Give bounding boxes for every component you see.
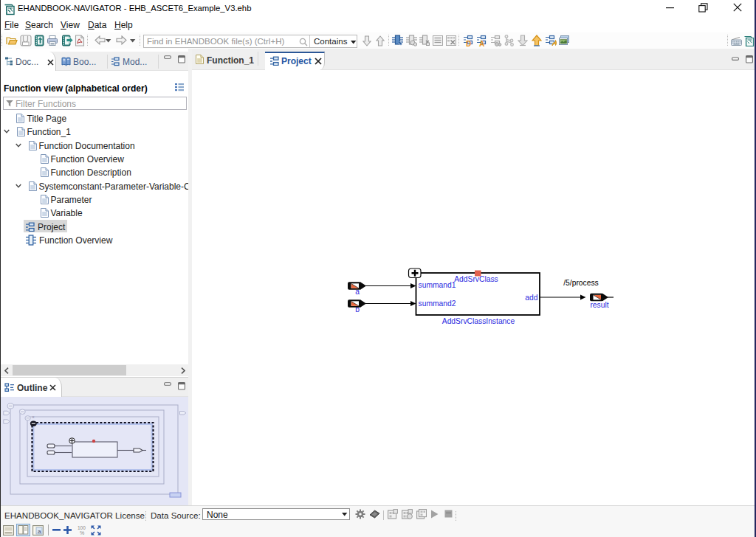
svg-text:add: add xyxy=(525,294,537,302)
svg-text:D: D xyxy=(466,40,471,47)
svg-text:100: 100 xyxy=(78,525,86,530)
svg-text:%: % xyxy=(80,530,84,535)
svg-text:A: A xyxy=(479,40,484,47)
svg-text:summand1: summand1 xyxy=(419,281,456,289)
svg-text:/5/process: /5/process xyxy=(563,279,599,287)
svg-text:summand2: summand2 xyxy=(419,299,456,308)
svg-text:a: a xyxy=(38,528,41,535)
svg-text:AddSrvClassInstance: AddSrvClassInstance xyxy=(442,317,515,325)
svg-text:x: x xyxy=(32,415,35,419)
svg-text:result: result xyxy=(590,301,608,309)
svg-text:AddSrvClass: AddSrvClass xyxy=(454,275,498,283)
